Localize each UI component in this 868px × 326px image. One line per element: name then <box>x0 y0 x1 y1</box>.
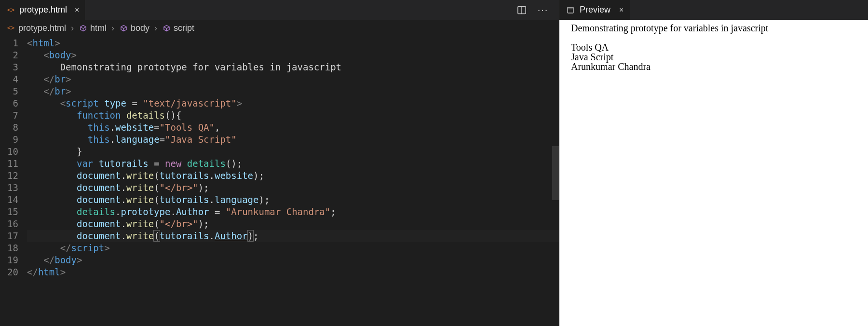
line-number: 17 <box>0 230 18 242</box>
code-line[interactable]: var tutorails = new details(); <box>27 158 559 170</box>
editor-tab-bar: <> protype.html × ··· <box>0 0 559 20</box>
code-editor[interactable]: 1234567891011121314151617181920 <html> <… <box>0 36 559 326</box>
line-number: 4 <box>0 73 18 85</box>
breadcrumb-separator: › <box>71 23 74 33</box>
code-line[interactable]: <html> <box>27 37 559 49</box>
editor-tab-actions: ··· <box>516 0 559 20</box>
code-line[interactable]: this.language="Java Script" <box>27 134 559 146</box>
code-line[interactable]: this.website="Tools QA", <box>27 122 559 134</box>
html-file-icon: <> <box>7 24 15 32</box>
line-number-gutter: 1234567891011121314151617181920 <box>0 36 27 326</box>
line-number: 10 <box>0 146 18 158</box>
code-lines[interactable]: <html> <body> Demonstrating prototype fo… <box>27 36 559 326</box>
split-editor-icon[interactable] <box>516 5 527 15</box>
svg-text:<>: <> <box>7 6 14 14</box>
line-number: 18 <box>0 242 18 254</box>
code-line[interactable]: } <box>27 146 559 158</box>
preview-row: Arunkumar Chandra <box>571 62 856 71</box>
line-number: 8 <box>0 122 18 134</box>
line-number: 5 <box>0 85 18 97</box>
breadcrumb-item[interactable]: script <box>162 23 194 33</box>
line-number: 16 <box>0 218 18 230</box>
svg-text:<>: <> <box>7 24 14 31</box>
code-line[interactable]: </script> <box>27 242 559 254</box>
breadcrumb-item[interactable]: body <box>119 23 149 33</box>
scrollbar[interactable] <box>552 36 559 326</box>
line-number: 11 <box>0 158 18 170</box>
line-number: 20 <box>0 266 18 278</box>
svg-rect-4 <box>568 7 573 13</box>
editor-pane: <> protype.html × ··· <>protype.html›htm… <box>0 0 559 326</box>
line-number: 19 <box>0 254 18 266</box>
line-number: 12 <box>0 170 18 182</box>
preview-heading: Demonstrating prototype for variables in… <box>571 23 856 33</box>
element-cube-icon <box>162 24 171 32</box>
breadcrumb-label: body <box>131 23 149 33</box>
preview-pane: Preview × Demonstrating prototype for va… <box>559 0 868 326</box>
editor-tab-label: protype.html <box>19 5 67 15</box>
html-file-icon: <> <box>7 6 15 14</box>
preview-tab-label: Preview <box>580 5 610 15</box>
preview-tab[interactable]: Preview × <box>559 0 630 20</box>
code-line[interactable]: <body> <box>27 49 559 61</box>
line-number: 2 <box>0 49 18 61</box>
breadcrumb-label: html <box>90 23 107 33</box>
breadcrumb-separator: › <box>111 23 114 33</box>
line-number: 15 <box>0 206 18 218</box>
code-line[interactable]: details.prototype.Author = "Arunkumar Ch… <box>27 206 559 218</box>
editor-tab[interactable]: <> protype.html × <box>0 0 85 20</box>
code-line[interactable]: document.write("</br>"); <box>27 182 559 194</box>
line-number: 3 <box>0 61 18 73</box>
element-cube-icon <box>79 24 87 32</box>
breadcrumb-label: protype.html <box>18 23 66 33</box>
code-line[interactable]: </br> <box>27 85 559 97</box>
code-line[interactable]: <script type = "text/javascript"> <box>27 97 559 109</box>
code-line[interactable]: Demonstrating prototype for variables in… <box>27 61 559 73</box>
element-cube-icon <box>119 24 128 32</box>
code-line[interactable]: function details(){ <box>27 109 559 122</box>
line-number: 1 <box>0 37 18 49</box>
code-line[interactable]: </body> <box>27 254 559 266</box>
close-icon[interactable]: × <box>619 6 624 14</box>
breadcrumb-separator: › <box>154 23 157 33</box>
code-line[interactable]: </br> <box>27 73 559 85</box>
line-number: 6 <box>0 97 18 109</box>
breadcrumb-label: script <box>174 23 194 33</box>
code-line[interactable]: document.write(tutorails.website); <box>27 170 559 182</box>
preview-tab-bar: Preview × <box>559 0 868 20</box>
code-line[interactable]: document.write(tutorails.Author); <box>27 230 559 242</box>
close-icon[interactable]: × <box>75 6 79 14</box>
code-line[interactable]: </html> <box>27 266 559 278</box>
preview-body: Demonstrating prototype for variables in… <box>559 20 868 326</box>
breadcrumb-item[interactable]: html <box>79 23 107 33</box>
code-line[interactable]: document.write("</br>"); <box>27 218 559 230</box>
more-actions-icon[interactable]: ··· <box>538 5 548 15</box>
line-number: 9 <box>0 134 18 146</box>
breadcrumb-item[interactable]: <>protype.html <box>7 23 66 33</box>
line-number: 7 <box>0 109 18 122</box>
preview-icon <box>566 6 575 14</box>
preview-row: Java Script <box>571 52 856 62</box>
scrollbar-thumb[interactable] <box>552 146 559 200</box>
code-line[interactable]: document.write(tutorails.language); <box>27 194 559 206</box>
breadcrumb: <>protype.html›html›body›script <box>0 20 559 36</box>
line-number: 13 <box>0 182 18 194</box>
preview-row: Tools QA <box>571 42 856 52</box>
line-number: 14 <box>0 194 18 206</box>
